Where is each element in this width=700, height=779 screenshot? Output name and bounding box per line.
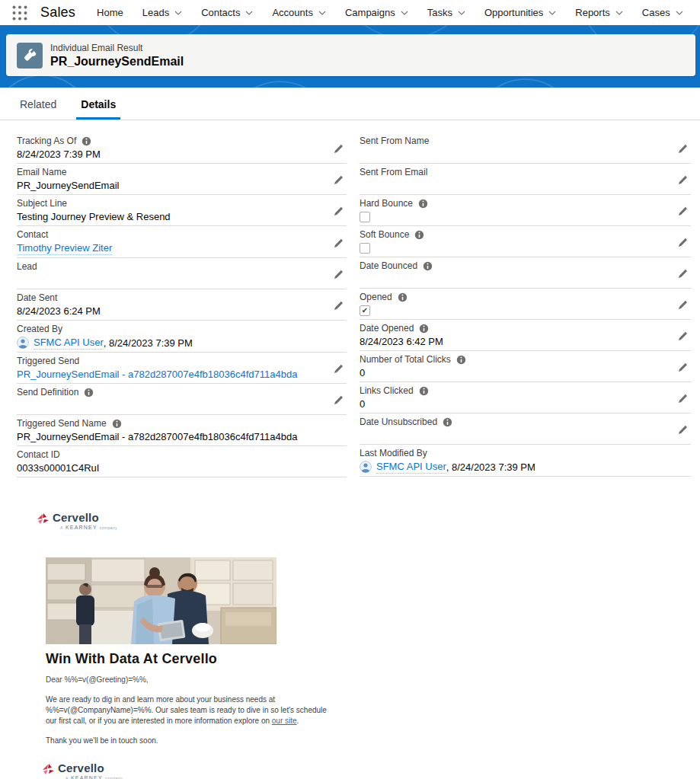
chevron-down-icon (401, 11, 408, 15)
edit-pencil-button[interactable] (676, 235, 689, 251)
edit-pencil-button[interactable] (676, 423, 689, 439)
nav-item-opportunities[interactable]: Opportunities (480, 7, 561, 18)
checkbox-unchecked[interactable] (360, 212, 370, 222)
tab-details[interactable]: Details (76, 98, 120, 120)
record-link[interactable]: Timothy Preview Ziter (17, 241, 112, 255)
edit-pencil-button[interactable] (331, 236, 345, 252)
email-body-paragraph: We are ready to dig in and learn more ab… (46, 694, 334, 726)
info-icon[interactable] (112, 419, 122, 429)
info-icon[interactable] (423, 261, 433, 271)
field-label: Date Bounced (360, 260, 671, 272)
field-value: Testing Journey Preview & Resend (17, 210, 327, 223)
field-value (360, 304, 671, 317)
edit-pencil-button[interactable] (676, 142, 689, 158)
info-icon[interactable] (456, 355, 466, 365)
field-value-text: PR_JourneySendEmail - a782d287007e4fb180… (17, 430, 297, 443)
edit-pencil-button[interactable] (676, 267, 689, 283)
our-site-link[interactable]: our site (272, 717, 297, 725)
field-value: PR_JourneySendEmail (17, 179, 327, 192)
edit-pencil-button[interactable] (331, 362, 345, 378)
field-value: SFMC API User, 8/24/2023 7:39 PM (360, 460, 671, 474)
field-contact-id: Contact ID 0033s00001C4RuI (17, 446, 347, 477)
nav-item-reports[interactable]: Reports (571, 7, 628, 18)
edit-pencil-button[interactable] (331, 204, 345, 220)
brand-name: Cervello (53, 511, 117, 524)
nav-item-files[interactable]: Files (698, 7, 700, 18)
field-value: 8/24/2023 7:39 PM (17, 148, 327, 161)
field-value-text: 0033s00001C4RuI (17, 461, 99, 474)
user-link[interactable]: SFMC API User (376, 460, 446, 474)
field-value: 0 (360, 397, 671, 410)
field-label: Date Sent (17, 292, 327, 304)
info-icon[interactable] (419, 386, 429, 396)
edit-pencil-button[interactable] (676, 329, 689, 345)
field-value: 8/24/2023 6:42 PM (360, 335, 671, 348)
field-value: 0 (360, 366, 671, 379)
field-label: Triggered Send (17, 356, 327, 367)
record-link[interactable]: PR_JourneySendEmail - a782d287007e4fb180… (17, 368, 297, 381)
field-subject-line: Subject Line Testing Journey Preview & R… (17, 195, 347, 226)
info-icon[interactable] (398, 292, 408, 302)
nav-items: Home Leads Contacts Accounts Campaigns T… (92, 7, 700, 18)
field-last-modified-by: Last Modified By SFMC API User, 8/24/202… (360, 445, 691, 477)
field-label: Lead (17, 261, 327, 273)
field-value (360, 179, 671, 192)
chevron-down-icon (245, 11, 253, 15)
field-label: Contact (17, 229, 327, 241)
field-triggered-send: Triggered Send PR_JourneySendEmail - a78… (17, 353, 347, 384)
field-value-text: 0 (360, 397, 365, 410)
field-value: PR_JourneySendEmail - a782d287007e4fb180… (17, 368, 327, 381)
field-number-of-total-clicks: Number of Total Clicks 0 (360, 351, 691, 382)
edit-pencil-button[interactable] (676, 391, 689, 407)
checkbox-unchecked[interactable] (360, 243, 370, 254)
nav-item-leads[interactable]: Leads (138, 7, 187, 18)
field-contact: Contact Timothy Preview Ziter (17, 226, 347, 258)
info-icon[interactable] (84, 388, 94, 397)
edit-pencil-button[interactable] (331, 393, 345, 409)
field-label: Contact ID (17, 449, 327, 461)
field-send-definition: Send Definition (17, 384, 347, 415)
field-links-clicked: Links Clicked 0 (360, 382, 691, 413)
edit-pencil-button[interactable] (331, 267, 345, 283)
field-value-text: 8/24/2023 6:42 PM (360, 335, 443, 348)
nav-item-contacts[interactable]: Contacts (197, 7, 257, 18)
info-icon[interactable] (414, 230, 424, 240)
app-name[interactable]: Sales (40, 5, 75, 21)
record-tabs: Related Details (0, 88, 700, 120)
record-highlight-card: Individual Email Result PR_JourneySendEm… (6, 34, 695, 76)
nav-item-cases[interactable]: Cases (638, 7, 688, 18)
field-created-by: Created By SFMC API User, 8/24/2023 7:39… (17, 321, 347, 353)
info-icon[interactable] (443, 417, 452, 427)
nav-item-home[interactable]: Home (92, 7, 128, 18)
field-value (360, 241, 671, 254)
info-icon[interactable] (418, 199, 428, 209)
edit-pencil-button[interactable] (331, 142, 345, 158)
field-hard-bounce: Hard Bounce (360, 195, 691, 226)
user-link[interactable]: SFMC API User (34, 336, 104, 350)
edit-pencil-button[interactable] (676, 173, 689, 189)
info-icon[interactable] (419, 324, 429, 334)
field-label: Opened (360, 292, 671, 303)
chevron-down-icon (318, 11, 326, 15)
app-launcher-icon[interactable] (11, 5, 28, 21)
field-label: Hard Bounce (360, 198, 671, 209)
checkbox-checked[interactable] (360, 305, 370, 316)
page-header-band: Individual Email Result PR_JourneySendEm… (0, 25, 700, 88)
email-signoff: Thank you we'll be in touch soon. (46, 736, 700, 745)
nav-item-tasks[interactable]: Tasks (423, 7, 470, 18)
nav-item-campaigns[interactable]: Campaigns (340, 7, 413, 18)
field-label: Sent From Email (360, 167, 671, 178)
info-icon[interactable] (82, 136, 91, 146)
edit-pencil-button[interactable] (676, 298, 689, 314)
edit-pencil-button[interactable] (676, 204, 689, 220)
field-sent-from-email: Sent From Email (360, 164, 691, 195)
cervello-logo: Cervello A KEARNEY company (37, 511, 700, 532)
field-label: Date Opened (360, 323, 671, 334)
tab-related[interactable]: Related (20, 98, 56, 120)
email-greeting: Dear %%=v(@Greeting)=%%, (46, 675, 700, 684)
record-title: PR_JourneySendEmail (50, 54, 184, 69)
nav-item-accounts[interactable]: Accounts (267, 7, 330, 18)
edit-pencil-button[interactable] (676, 360, 689, 376)
edit-pencil-button[interactable] (331, 299, 345, 314)
edit-pencil-button[interactable] (331, 173, 345, 189)
